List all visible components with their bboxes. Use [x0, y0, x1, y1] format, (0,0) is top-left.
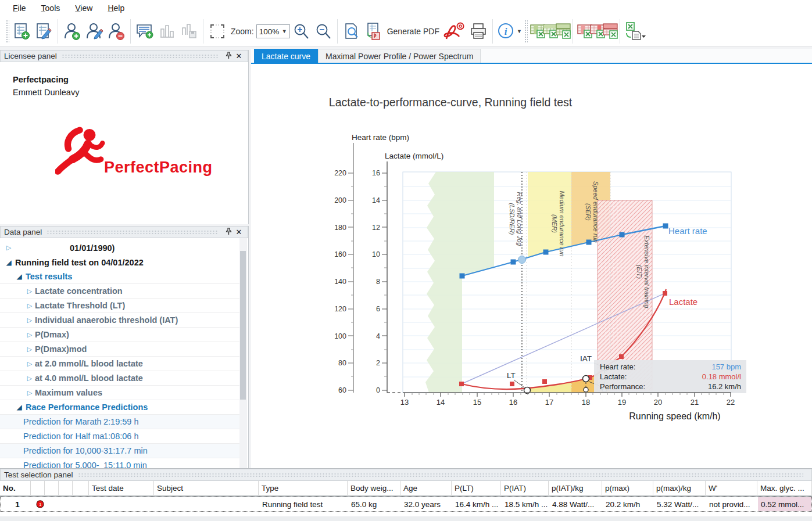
- edit-person-button[interactable]: [83, 18, 105, 45]
- selected-point-marker[interactable]: [518, 256, 526, 264]
- tree-item-lactate-concentration[interactable]: ▷ Lactate concentration: [0, 284, 239, 299]
- tree-item-test[interactable]: ◢ Running field test on 04/01/2022: [0, 255, 239, 270]
- tree-item-prediction-half[interactable]: Prediction for Half ma 1:08:06 h: [0, 429, 239, 444]
- tree-collapse-icon[interactable]: ▷: [26, 288, 34, 295]
- table-document-add-icon: [13, 23, 30, 40]
- export-tables-green-button[interactable]: [529, 18, 570, 45]
- lt-label: LT: [507, 371, 516, 380]
- person-add-icon: [63, 22, 81, 41]
- pin-icon[interactable]: [223, 228, 234, 237]
- logo-text: PerfectPacing: [104, 159, 213, 177]
- svg-text:80: 80: [338, 359, 346, 367]
- tree-collapse-icon[interactable]: ▷: [26, 360, 34, 368]
- info-icon: i: [497, 21, 517, 41]
- tree-collapse-icon[interactable]: ▷: [26, 302, 34, 310]
- svg-text:14: 14: [372, 196, 380, 204]
- document-preview-icon: [343, 23, 360, 40]
- tree-item-pdmaxmod[interactable]: ▷ P(Dmax)mod: [0, 342, 239, 357]
- lactate-chart[interactable]: Lactate-to-performance-curve, Running fi…: [251, 64, 812, 468]
- menu-bar: File Tools View Help: [0, 0, 812, 16]
- tree-item-max-values[interactable]: ▷ Maximum values: [0, 386, 239, 400]
- zoom-out-button[interactable]: [312, 18, 334, 45]
- toolbar-grip[interactable]: [6, 20, 9, 43]
- tree-collapse-icon[interactable]: ▷: [26, 389, 34, 397]
- chart-button-disabled[interactable]: [156, 18, 178, 45]
- close-icon[interactable]: ✕: [234, 52, 244, 60]
- tree-item-prediction-marathon[interactable]: Prediction for Marath 2:19:59 h: [0, 415, 239, 429]
- menu-view[interactable]: View: [68, 1, 99, 15]
- zoom-region-button[interactable]: [206, 18, 228, 45]
- tree-item-lactate-threshold[interactable]: ▷ Lactate Threshold (LT): [0, 299, 239, 313]
- licensee-person: Emmett Dunleavy: [13, 88, 79, 97]
- person-remove-icon: [107, 22, 126, 41]
- data-panel-titlebar: Data panel ✕: [0, 226, 248, 238]
- tree-item-prediction-5000[interactable]: Prediction for 5,000- 15:11.0 min: [0, 458, 239, 468]
- svg-text:180: 180: [334, 224, 346, 232]
- add-comment-button[interactable]: [134, 18, 156, 45]
- licensee-company: Perfectpacing: [13, 75, 69, 84]
- svg-text:157 bpm: 157 bpm: [711, 362, 741, 371]
- new-test-button[interactable]: [10, 18, 33, 45]
- menu-file[interactable]: File: [6, 1, 33, 15]
- tree-collapse-icon[interactable]: ▷: [26, 331, 34, 339]
- chevron-down-icon: ▼: [517, 28, 522, 34]
- tree-expand-icon[interactable]: ◢: [15, 403, 23, 411]
- tree-collapse-icon[interactable]: ▷: [26, 375, 34, 382]
- tree-item-2mmol[interactable]: ▷ at 2.0 mmol/L blood lactate: [0, 357, 239, 371]
- tree-item-subject[interactable]: ▷ 01/01/1990): [0, 240, 239, 255]
- titlebar-texture: [62, 53, 219, 59]
- toolbar-grip[interactable]: [524, 20, 528, 43]
- print-preview-button[interactable]: [341, 18, 363, 45]
- tree-item-test-results[interactable]: ◢ Test results: [0, 270, 239, 284]
- tree-item-pdmax[interactable]: ▷ P(Dmax): [0, 328, 239, 342]
- generate-pdf-label[interactable]: Generate PDF: [385, 27, 442, 36]
- perfectpacing-logo: PerfectPacing: [55, 126, 213, 181]
- export-excel-document-button[interactable]: [623, 18, 648, 45]
- info-button[interactable]: i ▼: [496, 18, 523, 45]
- remove-person-button[interactable]: [105, 18, 127, 45]
- heart-rate-series-label: Heart rate: [668, 226, 707, 236]
- licensee-content: Perfectpacing Emmett Dunleavy PerfectPac…: [0, 62, 248, 224]
- svg-text:100: 100: [334, 332, 346, 340]
- zoom-select[interactable]: 100% ▼: [256, 24, 290, 38]
- svg-text:140: 140: [334, 278, 346, 286]
- chart-save-button-disabled[interactable]: [178, 18, 200, 45]
- licensee-panel: Licensee panel ✕ Perfectpacing Emmett Du…: [0, 50, 249, 224]
- svg-text:22: 22: [727, 398, 735, 407]
- tree-item-iat[interactable]: ▷ Individual anaerobic threshold (IAT): [0, 313, 239, 328]
- zoom-in-icon: [292, 23, 310, 40]
- data-panel-title: Data panel: [4, 228, 42, 236]
- export-pdf-button[interactable]: [363, 18, 385, 45]
- tab-power-profile[interactable]: Maximal Power Profile / Power Spectrum: [318, 49, 481, 63]
- tree-collapse-icon[interactable]: ▷: [26, 317, 34, 324]
- close-icon[interactable]: ✕: [234, 228, 244, 236]
- svg-text:0.18 mmol/l: 0.18 mmol/l: [702, 372, 741, 381]
- zoom-in-button[interactable]: [290, 18, 312, 45]
- tree-expand-icon[interactable]: ◢: [15, 272, 23, 281]
- zoom-out-icon: [314, 23, 332, 40]
- tree-expand-icon[interactable]: ◢: [5, 258, 13, 267]
- export-tables-red-button[interactable]: [576, 18, 617, 45]
- table-row[interactable]: 1 1 Running field test 65.0 kg 32.0 year…: [0, 497, 812, 512]
- scrollbar-thumb[interactable]: [240, 251, 246, 400]
- email-pdf-button[interactable]: [442, 18, 467, 45]
- tree-item-4mmol[interactable]: ▷ at 4.0 mmol/L blood lactate: [0, 371, 239, 386]
- toolbar: Zoom: 100% ▼ Gene: [0, 16, 812, 47]
- toolbar-separator: [130, 19, 131, 44]
- test-status-icon: 1: [36, 500, 44, 508]
- print-button[interactable]: [467, 18, 489, 45]
- tab-lactate-curve[interactable]: Lactate curve: [254, 49, 318, 63]
- chart-title: Lactate-to-performance-curve, Running fi…: [329, 96, 573, 109]
- tree-collapse-icon[interactable]: ▷: [26, 346, 34, 353]
- tree-collapse-icon[interactable]: ▷: [5, 244, 13, 251]
- edit-test-button[interactable]: [33, 18, 55, 45]
- toolbar-separator: [203, 19, 203, 44]
- tree-item-prediction-10000[interactable]: Prediction for 10,000- 31:17.7 min: [0, 444, 239, 458]
- pin-icon[interactable]: [223, 52, 234, 61]
- add-person-button[interactable]: [61, 18, 83, 45]
- document-to-pdf-icon: [364, 22, 383, 41]
- menu-help[interactable]: Help: [101, 1, 131, 15]
- scrollbar-track[interactable]: [239, 238, 247, 468]
- tree-item-race-predictions[interactable]: ◢ Race Performance Predictions: [0, 400, 239, 415]
- menu-tools[interactable]: Tools: [34, 1, 67, 15]
